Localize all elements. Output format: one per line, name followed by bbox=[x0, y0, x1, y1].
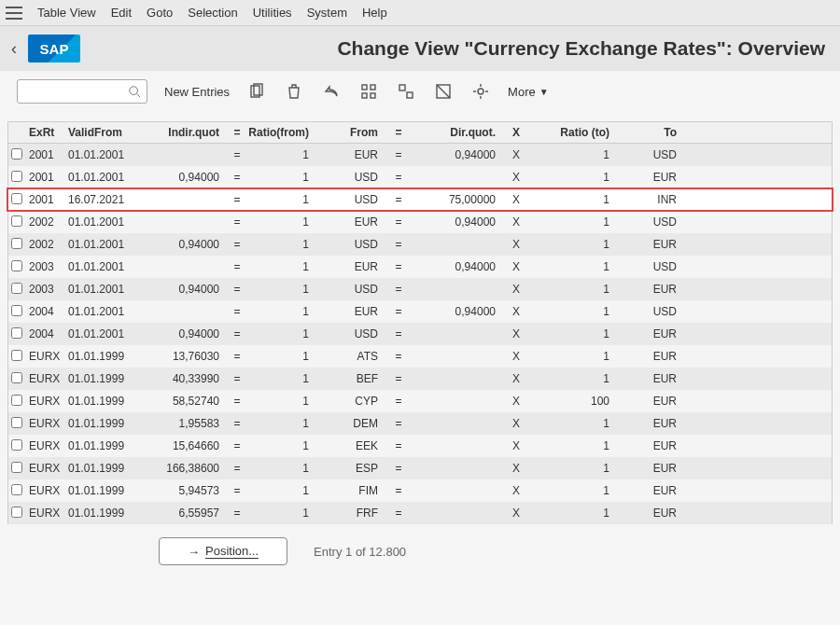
cell-from[interactable]: USD bbox=[331, 238, 387, 251]
cell-ratio-from[interactable]: 1 bbox=[247, 350, 331, 363]
cell-ratio-to[interactable]: 1 bbox=[529, 260, 632, 273]
undo-icon[interactable] bbox=[321, 81, 342, 102]
col-exrt[interactable]: ExRt bbox=[25, 126, 68, 139]
row-select-checkbox[interactable] bbox=[11, 148, 22, 160]
cell-valid[interactable]: 16.07.2021 bbox=[68, 193, 150, 206]
row-select-checkbox[interactable] bbox=[11, 417, 22, 428]
cell-exrt[interactable]: EURX bbox=[25, 507, 68, 520]
cell-exrt[interactable]: 2002 bbox=[25, 215, 68, 229]
cell-valid[interactable]: 01.01.1999 bbox=[68, 350, 150, 363]
cell-ratio-from[interactable]: 1 bbox=[247, 439, 331, 452]
row-select-checkbox[interactable] bbox=[11, 462, 22, 473]
cell-to[interactable]: EUR bbox=[632, 439, 686, 452]
cell-exrt[interactable]: 2001 bbox=[25, 171, 68, 184]
cell-ratio-from[interactable]: 1 bbox=[247, 395, 331, 408]
cell-valid[interactable]: 01.01.2001 bbox=[68, 260, 150, 273]
cell-ratio-from[interactable]: 1 bbox=[247, 417, 331, 430]
cell-ratio-to[interactable]: 1 bbox=[529, 462, 632, 475]
col-valid-from[interactable]: ValidFrom bbox=[68, 126, 150, 139]
cell-exrt[interactable]: 2003 bbox=[25, 260, 68, 273]
cell-exrt[interactable]: 2004 bbox=[25, 327, 68, 340]
cell-from[interactable]: USD bbox=[331, 171, 387, 184]
row-select-checkbox[interactable] bbox=[11, 327, 22, 339]
cell-from[interactable]: EUR bbox=[331, 215, 387, 229]
cell-valid[interactable]: 01.01.1999 bbox=[68, 417, 150, 430]
cell-from[interactable]: DEM bbox=[331, 417, 387, 430]
cell-ratio-from[interactable]: 1 bbox=[247, 260, 331, 273]
cell-from[interactable]: EEK bbox=[331, 439, 387, 452]
row-select-checkbox[interactable] bbox=[11, 193, 22, 204]
menu-selection[interactable]: Selection bbox=[188, 6, 237, 20]
row-select-checkbox[interactable] bbox=[11, 305, 22, 316]
table-row[interactable]: EURX01.01.199915,64660=1EEK=X1EUR bbox=[7, 435, 833, 457]
cell-ratio-to[interactable]: 1 bbox=[529, 484, 632, 497]
cell-from[interactable]: BEF bbox=[331, 372, 387, 385]
table-row[interactable]: 200201.01.20010,94000=1USD=X1EUR bbox=[7, 233, 833, 256]
cell-from[interactable]: EUR bbox=[331, 148, 387, 161]
copy-as-icon[interactable] bbox=[246, 81, 267, 102]
cell-dir-quot[interactable]: 0,94000 bbox=[410, 148, 503, 161]
row-select-checkbox[interactable] bbox=[11, 395, 22, 406]
cell-dir-quot[interactable]: 0,94000 bbox=[410, 215, 503, 229]
cell-to[interactable]: EUR bbox=[632, 484, 686, 497]
cell-exrt[interactable]: EURX bbox=[25, 417, 68, 430]
cell-exrt[interactable]: EURX bbox=[25, 350, 68, 363]
cell-exrt[interactable]: 2001 bbox=[25, 148, 68, 161]
col-to[interactable]: To bbox=[632, 126, 686, 139]
cell-from[interactable]: USD bbox=[331, 193, 387, 206]
cell-ratio-from[interactable]: 1 bbox=[247, 327, 331, 340]
cell-indir-quot[interactable]: 0,94000 bbox=[150, 171, 227, 184]
table-row[interactable]: 200301.01.20010,94000=1USD=X1EUR bbox=[7, 278, 833, 300]
new-entries-button[interactable]: New Entries bbox=[164, 85, 230, 99]
cell-from[interactable]: EUR bbox=[331, 305, 387, 318]
cell-to[interactable]: EUR bbox=[632, 507, 686, 520]
cell-ratio-to[interactable]: 1 bbox=[529, 327, 632, 340]
cell-ratio-from[interactable]: 1 bbox=[247, 193, 331, 206]
cell-valid[interactable]: 01.01.1999 bbox=[68, 395, 150, 408]
col-dir-quot[interactable]: Dir.quot. bbox=[410, 126, 503, 139]
menu-utilities[interactable]: Utilities bbox=[253, 6, 292, 20]
menu-help[interactable]: Help bbox=[362, 6, 387, 20]
cell-exrt[interactable]: EURX bbox=[25, 439, 68, 452]
cell-exrt[interactable]: 2003 bbox=[25, 283, 68, 296]
row-select-checkbox[interactable] bbox=[11, 372, 22, 383]
row-select-checkbox[interactable] bbox=[11, 507, 22, 518]
table-row[interactable]: EURX01.01.19996,55957=1FRF=X1EUR bbox=[7, 502, 833, 524]
cell-to[interactable]: USD bbox=[632, 148, 686, 161]
table-row[interactable]: 200201.01.2001=1EUR=0,94000X1USD bbox=[7, 211, 833, 233]
col-indir-quot[interactable]: Indir.quot bbox=[150, 126, 227, 139]
cell-dir-quot[interactable]: 0,94000 bbox=[410, 260, 503, 273]
cell-to[interactable]: EUR bbox=[632, 327, 686, 340]
table-row[interactable]: EURX01.01.199958,52740=1CYP=X100EUR bbox=[7, 390, 833, 412]
cell-from[interactable]: EUR bbox=[331, 260, 387, 273]
cell-valid[interactable]: 01.01.2001 bbox=[68, 305, 150, 318]
cell-to[interactable]: USD bbox=[632, 215, 686, 229]
cell-indir-quot[interactable]: 0,94000 bbox=[150, 327, 227, 340]
cell-indir-quot[interactable]: 13,76030 bbox=[150, 350, 227, 363]
row-select-checkbox[interactable] bbox=[11, 171, 22, 182]
cell-to[interactable]: USD bbox=[632, 305, 686, 318]
table-row[interactable]: 200101.01.20010,94000=1USD=X1EUR bbox=[7, 166, 833, 188]
table-row[interactable]: 200101.01.2001=1EUR=0,94000X1USD bbox=[7, 144, 833, 166]
cell-ratio-to[interactable]: 1 bbox=[529, 171, 632, 184]
menu-table-view[interactable]: Table View bbox=[37, 6, 96, 20]
table-row[interactable]: EURX01.01.199940,33990=1BEF=X1EUR bbox=[7, 368, 833, 390]
cell-to[interactable]: EUR bbox=[632, 395, 686, 408]
cell-to[interactable]: EUR bbox=[632, 372, 686, 385]
cell-from[interactable]: USD bbox=[331, 283, 387, 296]
cell-ratio-to[interactable]: 1 bbox=[529, 238, 632, 251]
cell-ratio-from[interactable]: 1 bbox=[247, 283, 331, 296]
cell-ratio-to[interactable]: 1 bbox=[529, 283, 632, 296]
cell-dir-quot[interactable]: 0,94000 bbox=[410, 305, 503, 318]
cell-ratio-from[interactable]: 1 bbox=[247, 484, 331, 497]
col-from[interactable]: From bbox=[331, 126, 387, 139]
cell-exrt[interactable]: EURX bbox=[25, 372, 68, 385]
cell-ratio-from[interactable]: 1 bbox=[247, 171, 331, 184]
cell-dir-quot[interactable]: 75,00000 bbox=[410, 193, 503, 206]
cell-indir-quot[interactable]: 0,94000 bbox=[150, 238, 227, 251]
cell-ratio-to[interactable]: 1 bbox=[529, 193, 632, 206]
cell-ratio-to[interactable]: 1 bbox=[529, 305, 632, 318]
cell-ratio-from[interactable]: 1 bbox=[247, 305, 331, 318]
cell-to[interactable]: EUR bbox=[632, 283, 686, 296]
col-ratio-to[interactable]: Ratio (to) bbox=[529, 126, 632, 139]
